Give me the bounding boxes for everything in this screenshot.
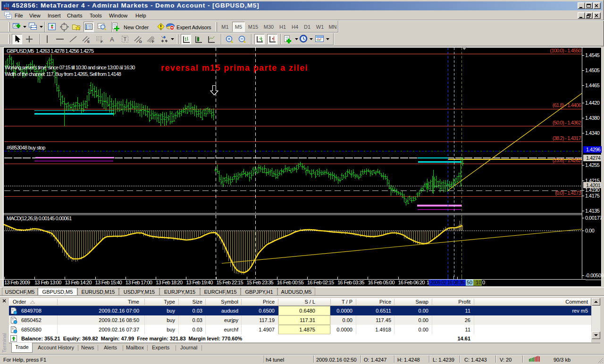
svg-text:16 Feb 05:00: 16 Feb 05:00 — [368, 280, 394, 285]
svg-text:13 Feb 2009: 13 Feb 2009 — [4, 280, 30, 285]
svg-text:D: D — [139, 40, 142, 44]
svg-text:T: T — [12, 308, 14, 312]
svg-text:13 Feb 17:00: 13 Feb 17:00 — [126, 280, 152, 285]
svg-text:1.4274: 1.4274 — [586, 155, 601, 161]
svg-text:13 Feb 18:20: 13 Feb 18:20 — [156, 280, 183, 285]
svg-text:T: T — [124, 36, 127, 42]
svg-text:1.4545: 1.4545 — [585, 52, 600, 58]
svg-text:(23.6) - 1.4262: (23.6) - 1.4262 — [553, 157, 581, 163]
svg-text:A: A — [110, 36, 114, 43]
svg-text:0: 0 — [482, 280, 485, 285]
svg-text:F: F — [101, 40, 103, 44]
svg-text:1.4255: 1.4255 — [585, 162, 600, 168]
svg-text:1.4380: 1.4380 — [585, 115, 600, 121]
svg-text:1.4505: 1.4505 — [585, 67, 600, 73]
svg-text:1.4135: 1.4135 — [585, 208, 600, 214]
svg-text:16 Feb 00:55: 16 Feb 00:55 — [277, 280, 304, 285]
svg-text:T: T — [12, 327, 14, 331]
svg-text:(0.0) - 1.4173: (0.0) - 1.4173 — [555, 190, 581, 196]
svg-text:F: F — [152, 40, 154, 44]
svg-text:MACD(12,26,9) 0.00145 0.00061: MACD(12,26,9) 0.00145 0.00061 — [7, 215, 72, 221]
svg-text:(100.0) - 1.4550: (100.0) - 1.4550 — [550, 48, 581, 53]
svg-text:50: 50 — [467, 280, 472, 285]
svg-text:T: T — [12, 318, 14, 321]
svg-text:(50.0) - 1.4362: (50.0) - 1.4362 — [553, 120, 581, 125]
svg-text:1.4201: 1.4201 — [586, 182, 601, 188]
svg-text:1.4175: 1.4175 — [585, 193, 600, 199]
svg-text:-0.00509: -0.00509 — [585, 273, 604, 278]
svg-text:13 Feb 14:20: 13 Feb 14:20 — [65, 280, 92, 285]
svg-text:1.4465: 1.4465 — [585, 83, 600, 88]
svg-text:1.4420: 1.4420 — [585, 100, 600, 106]
svg-text:13 Feb 19:40: 13 Feb 19:40 — [186, 280, 213, 285]
svg-text::10: :10 — [474, 280, 481, 285]
svg-text:15 Feb 22:15: 15 Feb 22:15 — [216, 280, 243, 285]
svg-text:16 Feb 06:20: 16 Feb 06:20 — [398, 280, 425, 285]
svg-text:16 Feb 02:15: 16 Feb 02:15 — [307, 280, 334, 285]
svg-text:13 Feb 13:00: 13 Feb 13:00 — [34, 280, 61, 285]
svg-text:1.4340: 1.4340 — [585, 130, 600, 136]
svg-text:#6853048 buy stop: #6853048 buy stop — [7, 145, 45, 150]
svg-text:15 Feb 23:35: 15 Feb 23:35 — [247, 280, 274, 285]
svg-text:GBPUSD,M5 1.4263 1.4278 1.425: GBPUSD,M5 1.4263 1.4278 1.4256 1.4275 — [7, 48, 94, 54]
svg-text:2009.02.16 08:35: 2009.02.16 08:35 — [430, 280, 465, 285]
svg-text:(38.2) - 1.4317: (38.2) - 1.4317 — [553, 135, 581, 141]
svg-text:0.00177: 0.00177 — [585, 215, 602, 221]
svg-text:Working server's time: since 0: Working server's time: since 07:15 till … — [5, 65, 135, 70]
svg-text:13 Feb 15:40: 13 Feb 15:40 — [95, 280, 122, 285]
svg-text:E: E — [87, 40, 90, 44]
svg-text:16 Feb 03:35: 16 Feb 03:35 — [337, 280, 364, 285]
svg-text:(61.8) - 1.4406: (61.8) - 1.4406 — [553, 102, 581, 108]
svg-text:0.00: 0.00 — [585, 228, 595, 233]
svg-text:1.4296: 1.4296 — [586, 147, 601, 152]
svg-text:reversal m15 prima parte a zil: reversal m15 prima parte a zilei — [161, 63, 308, 73]
svg-text:Width of the channel: 117, Buy: Width of the channel: 117, Buy from 1.42… — [5, 71, 121, 77]
